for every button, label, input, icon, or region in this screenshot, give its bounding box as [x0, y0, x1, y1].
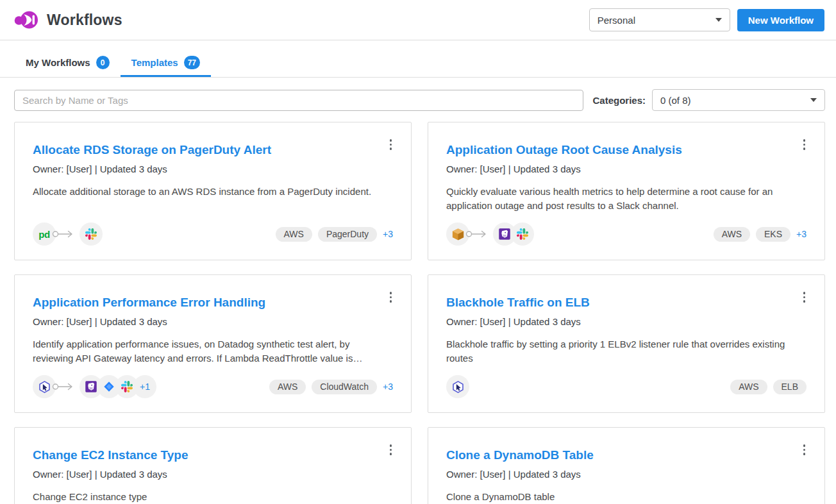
- tab-label: My Workflows: [26, 57, 90, 68]
- slack-icon: [79, 223, 103, 246]
- workflow-card: Change EC2 Instance Type Owner: [User] |…: [14, 427, 412, 504]
- workflow-card-grid: Allocate RDS Storage on PagerDuty Alert …: [14, 122, 836, 504]
- workflow-title-link[interactable]: Change EC2 Instance Type: [33, 447, 188, 464]
- workflow-description: Quickly evaluate various health metrics …: [446, 185, 792, 213]
- workflow-tags: AWSCloudWatch+3: [269, 380, 393, 394]
- workflow-card: Blackhole Traffic on ELB Owner: [User] |…: [428, 274, 825, 413]
- workflow-tags: AWSELB: [730, 380, 807, 394]
- workflow-meta: Owner: [User] | Updated 3 days: [33, 316, 393, 327]
- workflow-description: Clone a DynamoDB table: [446, 490, 792, 504]
- workflow-meta: Owner: [User] | Updated 3 days: [446, 469, 807, 480]
- arrow-connector-icon: [52, 382, 76, 391]
- tab-count-badge: 0: [96, 56, 110, 69]
- tag-pill[interactable]: AWS: [276, 227, 312, 242]
- card-menu-button[interactable]: [802, 289, 807, 305]
- page-title: Workflows: [47, 12, 122, 29]
- card-menu-button[interactable]: [389, 289, 394, 305]
- categories-select-value: 0 (of 8): [660, 95, 691, 106]
- workflow-title-link[interactable]: Application Outage Root Cause Analysis: [446, 142, 682, 158]
- tab-templates[interactable]: Templates 77: [121, 52, 211, 77]
- workflow-description: Allocate additional storage to an AWS RD…: [33, 185, 379, 199]
- slack-icon: [511, 223, 534, 246]
- workflow-meta: Owner: [User] | Updated 3 days: [33, 469, 393, 480]
- extra-integrations-badge: +1: [133, 375, 156, 398]
- more-tags-link[interactable]: +3: [383, 229, 393, 239]
- chevron-down-icon: [810, 98, 817, 102]
- workflow-description: Blackhole traffic by setting a priority …: [446, 337, 792, 365]
- workflow-title-link[interactable]: Application Performance Error Handling: [33, 294, 265, 311]
- workflow-meta: Owner: [User] | Updated 3 days: [446, 164, 807, 174]
- workflow-integration-icons: +1: [33, 375, 156, 398]
- app-logo-icon: [14, 9, 40, 31]
- workflow-meta: Owner: [User] | Updated 3 days: [33, 164, 393, 174]
- card-menu-button[interactable]: [802, 442, 807, 458]
- manual-trigger-icon: [446, 375, 469, 398]
- tag-pill[interactable]: AWS: [714, 227, 750, 242]
- arrow-connector-icon: [465, 230, 490, 239]
- card-menu-button[interactable]: [389, 442, 394, 458]
- workflow-integration-icons: pd: [33, 223, 103, 246]
- tab-count-badge: 77: [184, 56, 200, 69]
- page-header: Workflows Personal New Workflow: [0, 0, 836, 40]
- workflow-tags: AWSEKS+3: [714, 227, 807, 242]
- tag-pill[interactable]: AWS: [269, 380, 306, 394]
- workflow-description: Identify application performance issues,…: [33, 337, 379, 365]
- workflow-integration-icons: [446, 375, 469, 398]
- workflow-description: Change EC2 instance type: [33, 490, 379, 504]
- tab-my-workflows[interactable]: My Workflows 0: [15, 52, 121, 77]
- tag-pill[interactable]: CloudWatch: [312, 380, 377, 394]
- tag-pill[interactable]: PagerDuty: [318, 227, 377, 242]
- tab-label: Templates: [131, 57, 178, 68]
- workflow-tags: AWSPagerDuty+3: [276, 227, 394, 242]
- workflow-meta: Owner: [User] | Updated 3 days: [446, 316, 807, 327]
- more-tags-link[interactable]: +3: [796, 229, 807, 239]
- workflow-card: Application Performance Error Handling O…: [14, 274, 412, 413]
- new-workflow-button[interactable]: New Workflow: [737, 9, 824, 31]
- chevron-down-icon: [715, 18, 722, 22]
- filter-bar: Categories: 0 (of 8): [14, 89, 825, 111]
- workflow-card: Application Outage Root Cause Analysis O…: [428, 122, 825, 260]
- arrow-connector-icon: [52, 230, 76, 239]
- workspace-select-value: Personal: [598, 15, 635, 26]
- workflow-card: Clone a DynamoDB Table Owner: [User] | U…: [428, 427, 825, 504]
- categories-label: Categories:: [592, 95, 646, 106]
- categories-select[interactable]: 0 (of 8): [652, 89, 825, 111]
- tag-pill[interactable]: EKS: [756, 227, 790, 242]
- tag-pill[interactable]: ELB: [773, 380, 807, 394]
- tag-pill[interactable]: AWS: [730, 380, 767, 394]
- workflow-title-link[interactable]: Clone a DynamoDB Table: [446, 447, 594, 464]
- more-tags-link[interactable]: +3: [383, 382, 393, 392]
- workspace-select[interactable]: Personal: [589, 8, 730, 31]
- card-menu-button[interactable]: [802, 137, 807, 153]
- card-menu-button[interactable]: [389, 137, 394, 153]
- workflow-card: Allocate RDS Storage on PagerDuty Alert …: [14, 122, 412, 260]
- workflow-title-link[interactable]: Allocate RDS Storage on PagerDuty Alert: [33, 142, 271, 158]
- tabs-bar: My Workflows 0 Templates 77: [0, 52, 836, 78]
- workflow-integration-icons: [446, 223, 534, 246]
- search-input[interactable]: [14, 90, 583, 111]
- workflow-title-link[interactable]: Blackhole Traffic on ELB: [446, 294, 590, 311]
